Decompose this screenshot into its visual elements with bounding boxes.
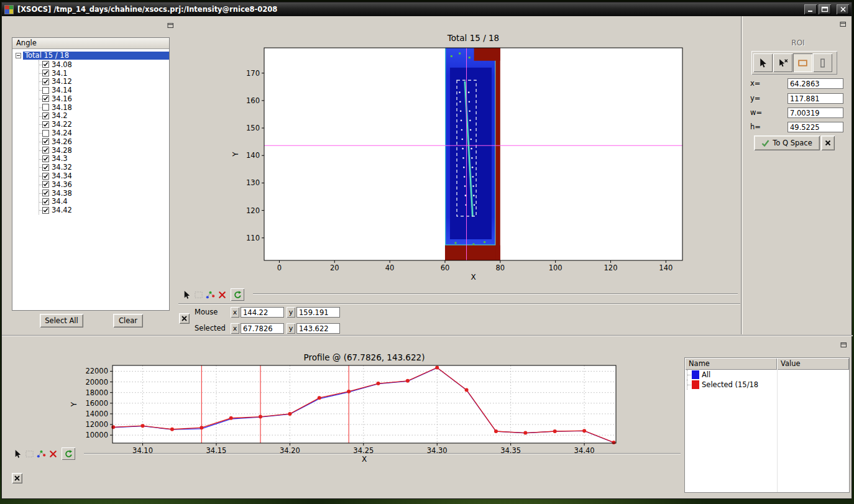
svg-text:60: 60 bbox=[441, 263, 450, 272]
angle-item-34.14[interactable]: 34.14 bbox=[39, 86, 169, 94]
checkbox-unchecked-icon[interactable] bbox=[42, 130, 49, 137]
intensity-close-button[interactable] bbox=[216, 289, 228, 300]
svg-text:20000: 20000 bbox=[85, 378, 108, 387]
undock-icon bbox=[840, 341, 847, 349]
intensity-heatmap-plot[interactable]: 020406080100120140X110120130140150160170… bbox=[178, 16, 740, 282]
angle-item-34.08[interactable]: 34.08 bbox=[39, 60, 169, 69]
roi-tool-vertical-roi-button[interactable] bbox=[813, 53, 832, 72]
angle-item-34.16[interactable]: 34.16 bbox=[39, 94, 169, 103]
svg-text:16000: 16000 bbox=[85, 399, 108, 408]
checkbox-checked-icon[interactable] bbox=[42, 173, 49, 180]
svg-text:X: X bbox=[471, 273, 475, 282]
roi-tools bbox=[751, 51, 837, 75]
legend-header-value[interactable]: Value bbox=[777, 358, 849, 370]
checkbox-checked-icon[interactable] bbox=[42, 190, 49, 196]
roi-close-button[interactable] bbox=[821, 135, 835, 150]
checkbox-checked-icon[interactable] bbox=[42, 61, 49, 68]
checkbox-checked-icon[interactable] bbox=[42, 207, 49, 214]
checkbox-unchecked-icon[interactable] bbox=[42, 87, 49, 94]
roi-panel-undock-button[interactable] bbox=[838, 20, 847, 28]
svg-text:140: 140 bbox=[659, 263, 673, 272]
profile-pointer-button[interactable] bbox=[12, 448, 24, 459]
checkbox-unchecked-icon[interactable] bbox=[42, 104, 49, 111]
angle-panel-undock-button[interactable] bbox=[166, 21, 174, 29]
selected-y-value[interactable]: 143.622 bbox=[296, 323, 340, 334]
status-close-button[interactable] bbox=[179, 313, 190, 324]
select-all-button[interactable]: Select All bbox=[40, 314, 83, 328]
angle-item-34.28[interactable]: 34.28 bbox=[39, 146, 169, 155]
checkbox-checked-icon[interactable] bbox=[42, 112, 49, 119]
intensity-pointer-button[interactable] bbox=[181, 289, 193, 300]
checkbox-checked-icon[interactable] bbox=[42, 198, 49, 205]
roi-w-field[interactable]: 7.00319 bbox=[787, 108, 843, 118]
tree-expander-icon[interactable] bbox=[16, 53, 21, 58]
legend-header-name[interactable]: Name bbox=[685, 358, 777, 370]
roi-x-field[interactable]: 64.2863 bbox=[787, 78, 843, 89]
angle-item-34.1[interactable]: 34.1 bbox=[39, 69, 169, 78]
profile-close-button[interactable] bbox=[12, 473, 22, 483]
roi-tool-rectangle-roi-button[interactable] bbox=[793, 53, 812, 72]
mouse-x-value[interactable]: 144.22 bbox=[241, 307, 284, 318]
angle-item-34.3[interactable]: 34.3 bbox=[39, 155, 169, 163]
selected-x-value[interactable]: 67.7826 bbox=[241, 323, 284, 334]
angle-item-34.42[interactable]: 34.42 bbox=[39, 206, 169, 214]
svg-text:0: 0 bbox=[277, 263, 282, 272]
close-icon bbox=[218, 290, 227, 300]
checkbox-checked-icon[interactable] bbox=[42, 181, 49, 188]
angle-item-34.2[interactable]: 34.2 bbox=[39, 112, 169, 121]
angle-item-label: 34.2 bbox=[52, 111, 68, 120]
profile-line-plot[interactable]: 34.1034.1534.2034.2534.3034.3534.40X1000… bbox=[9, 352, 681, 470]
legend-row-selected-15-18[interactable]: Selected (15/18 bbox=[685, 380, 849, 390]
series-color-swatch bbox=[692, 380, 699, 389]
checkbox-checked-icon[interactable] bbox=[42, 155, 49, 162]
checkbox-checked-icon[interactable] bbox=[42, 78, 49, 85]
intensity-refresh-button[interactable] bbox=[231, 288, 244, 301]
checkbox-checked-icon[interactable] bbox=[42, 147, 49, 153]
horizontal-splitter[interactable] bbox=[2, 335, 853, 336]
legend-row-all[interactable]: All bbox=[685, 370, 849, 380]
checkbox-checked-icon[interactable] bbox=[42, 164, 49, 171]
roi-h-field[interactable]: 49.5225 bbox=[787, 122, 843, 132]
angle-item-34.36[interactable]: 34.36 bbox=[39, 180, 169, 189]
clear-button[interactable]: Clear bbox=[113, 314, 143, 328]
titlebar[interactable]: [XSOCS] /tmp_14_days/chahine/xsocs.prj:/… bbox=[2, 2, 852, 16]
roi-tool-pointer-draw-button[interactable] bbox=[773, 53, 792, 72]
angle-item-34.32[interactable]: 34.32 bbox=[39, 163, 169, 172]
vertical-roi-icon bbox=[817, 58, 828, 68]
angle-item-34.24[interactable]: 34.24 bbox=[39, 129, 169, 137]
checkbox-checked-icon[interactable] bbox=[42, 95, 49, 102]
profile-close-button[interactable] bbox=[47, 448, 59, 459]
vertical-splitter[interactable] bbox=[741, 16, 743, 334]
checkbox-checked-icon[interactable] bbox=[42, 70, 49, 76]
angle-item-34.26[interactable]: 34.26 bbox=[39, 137, 169, 146]
y-axis: 110120130140150160170Y bbox=[231, 69, 264, 242]
profile-panel-undock-button[interactable] bbox=[839, 341, 847, 349]
profile-plot-style-button[interactable] bbox=[35, 448, 47, 459]
checkbox-checked-icon[interactable] bbox=[42, 138, 49, 145]
profile-zoom-rect-button[interactable] bbox=[24, 448, 35, 459]
roi-y-field[interactable]: 117.881 bbox=[787, 93, 843, 104]
mouse-y-value[interactable]: 159.191 bbox=[296, 307, 340, 318]
profile-refresh-button[interactable] bbox=[62, 447, 75, 460]
angle-item-34.12[interactable]: 34.12 bbox=[39, 77, 169, 86]
svg-text:120: 120 bbox=[246, 206, 260, 215]
to-q-space-button[interactable]: To Q Space bbox=[754, 135, 820, 150]
intensity-zoom-rect-button[interactable] bbox=[193, 289, 204, 300]
intensity-plot-style-button[interactable] bbox=[204, 289, 216, 300]
angle-tree-root-label: Total 15 / 18 bbox=[23, 52, 169, 60]
minimize-button[interactable] bbox=[804, 4, 817, 14]
angle-item-34.18[interactable]: 34.18 bbox=[39, 103, 169, 112]
maximize-button[interactable] bbox=[819, 4, 831, 14]
svg-text:170: 170 bbox=[246, 69, 260, 78]
angle-tree-root[interactable]: Total 15 / 18 bbox=[12, 52, 169, 60]
angle-item-34.34[interactable]: 34.34 bbox=[39, 172, 169, 180]
heatmap-image bbox=[445, 48, 500, 260]
close-button[interactable] bbox=[837, 4, 849, 14]
checkbox-checked-icon[interactable] bbox=[42, 121, 49, 128]
svg-text:80: 80 bbox=[495, 263, 505, 272]
angle-item-34.22[interactable]: 34.22 bbox=[39, 120, 169, 129]
angle-tree-header[interactable]: Angle bbox=[12, 38, 169, 49]
angle-item-34.38[interactable]: 34.38 bbox=[39, 189, 169, 198]
roi-tool-pointer-button[interactable] bbox=[753, 53, 773, 72]
angle-item-34.4[interactable]: 34.4 bbox=[39, 198, 169, 206]
